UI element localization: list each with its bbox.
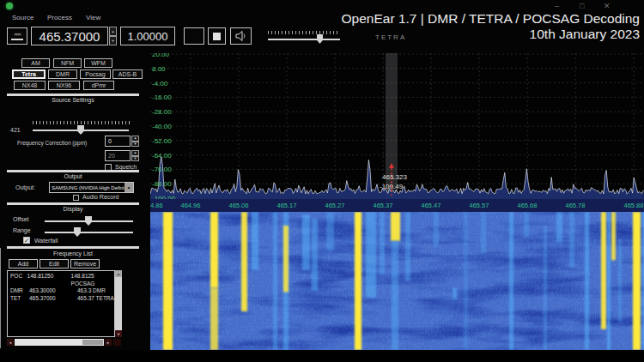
mode-wfm[interactable]: WFM bbox=[84, 58, 112, 68]
step-down-icon[interactable] bbox=[109, 36, 117, 45]
openear-window: – □ ✕ Source Process View OpenEar 1.7 | … bbox=[0, 0, 644, 362]
stop-button[interactable] bbox=[208, 27, 226, 45]
volume-slider[interactable] bbox=[268, 39, 340, 40]
horizontal-scrollbar[interactable] bbox=[15, 339, 104, 346]
scroll-down-icon[interactable]: ▼ bbox=[115, 330, 122, 337]
row-tag: TET bbox=[10, 295, 29, 303]
freq-axis-label: 464.96 bbox=[181, 202, 201, 209]
waterfall-streak bbox=[163, 212, 173, 350]
row-desc: 148.8125 POCSAG bbox=[71, 273, 114, 287]
mode-nfm[interactable]: NFM bbox=[53, 58, 82, 68]
aux-input[interactable]: 20 bbox=[105, 150, 131, 161]
waterfall-streak bbox=[210, 212, 218, 288]
frequency-stepper[interactable] bbox=[109, 27, 117, 45]
bottom-bar bbox=[0, 350, 644, 362]
waterfall-checkbox[interactable] bbox=[23, 237, 30, 244]
waterfall-streak bbox=[326, 212, 334, 250]
offset-slider-thumb[interactable] bbox=[85, 216, 92, 226]
edit-button[interactable]: Edit bbox=[39, 259, 69, 268]
menu-view[interactable]: View bbox=[86, 14, 100, 21]
dropdown-arrow-icon[interactable] bbox=[125, 183, 133, 192]
maximize-button[interactable]: □ bbox=[580, 3, 584, 10]
output-label: Output: bbox=[15, 184, 35, 190]
vertical-scrollbar[interactable]: ▲ ▼ bbox=[115, 270, 122, 337]
waterfall-streak bbox=[556, 212, 562, 242]
blank-button[interactable] bbox=[184, 27, 204, 45]
panel-edge-line bbox=[0, 248, 1, 348]
waterfall-streak bbox=[481, 212, 486, 253]
freq-axis-label: 465.37 bbox=[374, 202, 393, 209]
waterfall-streak bbox=[569, 212, 574, 267]
collapse-grip bbox=[11, 39, 23, 40]
mode-indicator: TETRA bbox=[375, 33, 406, 41]
step-up-icon[interactable] bbox=[109, 27, 117, 36]
mode-dpmr[interactable]: dPmr bbox=[83, 81, 114, 90]
menu-process[interactable]: Process bbox=[47, 14, 72, 21]
mode-nx48[interactable]: NX48 bbox=[14, 81, 46, 90]
range-slider[interactable] bbox=[45, 232, 133, 233]
close-button[interactable]: ✕ bbox=[604, 3, 611, 10]
list-item[interactable]: DMR 463.30000 463.3 DMR bbox=[8, 287, 114, 295]
cursor-frequency: 465.323 bbox=[382, 173, 407, 181]
spectrum-plot[interactable]: 20.008.00-4.00-16.00-28.00-40.00-52.00-6… bbox=[150, 53, 644, 199]
gain-slider-thumb[interactable] bbox=[77, 125, 84, 135]
freq-correction-stepper[interactable] bbox=[131, 136, 139, 147]
waterfall-streak bbox=[464, 212, 468, 350]
minimize-button[interactable]: – bbox=[555, 3, 559, 10]
freq-axis-label: 4.86 bbox=[150, 202, 163, 209]
waterfall-streak bbox=[391, 212, 400, 241]
mode-tetra[interactable]: Tetra bbox=[12, 69, 46, 79]
db-axis-label: 20.00 bbox=[152, 53, 170, 58]
freq-correction-input[interactable]: 0 bbox=[105, 136, 131, 147]
volume-slider-thumb[interactable] bbox=[317, 34, 323, 44]
waterfall-display[interactable] bbox=[150, 212, 644, 350]
freq-axis-label: 465.17 bbox=[277, 202, 297, 209]
row-tag: DMR bbox=[10, 287, 29, 295]
step-size-input[interactable]: 1.00000 bbox=[120, 27, 175, 45]
waterfall-streak bbox=[392, 241, 398, 350]
scrollbar-thumb[interactable] bbox=[82, 340, 103, 345]
freq-axis-label: 465.68 bbox=[518, 202, 538, 209]
waterfall-streak bbox=[302, 214, 310, 269]
waterfall-streak bbox=[524, 212, 529, 237]
scrollbar-corner bbox=[113, 339, 121, 346]
collapse-button[interactable]: <<< bbox=[7, 27, 27, 45]
menu-source[interactable]: Source bbox=[12, 14, 33, 21]
audio-record-checkbox[interactable] bbox=[73, 195, 79, 201]
aux-stepper[interactable] bbox=[131, 150, 139, 161]
range-slider-thumb[interactable] bbox=[74, 227, 81, 237]
db-axis-label: -40.00 bbox=[152, 123, 172, 130]
db-axis-label: -52.00 bbox=[152, 137, 172, 145]
mode-pocsag[interactable]: Pocsag bbox=[80, 69, 111, 79]
scroll-right-icon[interactable]: ► bbox=[105, 339, 112, 346]
stop-icon bbox=[213, 33, 221, 40]
frequency-list-header: Frequency List bbox=[0, 250, 146, 256]
waterfall-streak bbox=[607, 212, 611, 350]
list-item[interactable]: TET 465.37000 465.37 TETRA bbox=[8, 295, 114, 303]
scroll-left-icon[interactable]: ◄ bbox=[7, 339, 14, 346]
mode-dmr[interactable]: DMR bbox=[48, 69, 77, 79]
mode-nx96[interactable]: NX96 bbox=[48, 81, 80, 90]
row-desc: 465.37 TETRA bbox=[77, 295, 114, 303]
waterfall-streak bbox=[355, 212, 361, 350]
gain-ruler bbox=[33, 121, 130, 124]
range-label: Range bbox=[13, 227, 31, 233]
mute-button[interactable] bbox=[230, 27, 252, 45]
db-axis-label: -64.00 bbox=[152, 152, 172, 160]
output-header: Output bbox=[0, 173, 146, 179]
frequency-list[interactable]: POC 148.81250 148.8125 POCSAG DMR 463.30… bbox=[7, 270, 115, 337]
mode-am[interactable]: AM bbox=[21, 58, 50, 68]
output-device-select[interactable]: SAMSUNG (NVIDIA High Defini bbox=[49, 182, 134, 193]
waterfall-streak bbox=[633, 212, 641, 350]
scroll-up-icon[interactable]: ▲ bbox=[115, 270, 122, 277]
freq-axis-label: 465.57 bbox=[470, 202, 489, 209]
waterfall-streak bbox=[210, 288, 218, 350]
remove-button[interactable]: Remove bbox=[70, 259, 100, 268]
freq-correction-label: Frequency Correction (ppm) bbox=[17, 140, 87, 146]
list-item[interactable]: POC 148.81250 148.8125 POCSAG bbox=[8, 273, 114, 287]
mode-adsb[interactable]: ADS-B bbox=[112, 69, 143, 79]
frequency-input[interactable]: 465.37000 bbox=[31, 27, 108, 45]
add-button[interactable]: Add bbox=[9, 259, 38, 268]
title-line1: OpenEar 1.7 | DMR / TETRA / POCSAG Decod… bbox=[342, 11, 640, 27]
waterfall-streak bbox=[252, 212, 258, 270]
